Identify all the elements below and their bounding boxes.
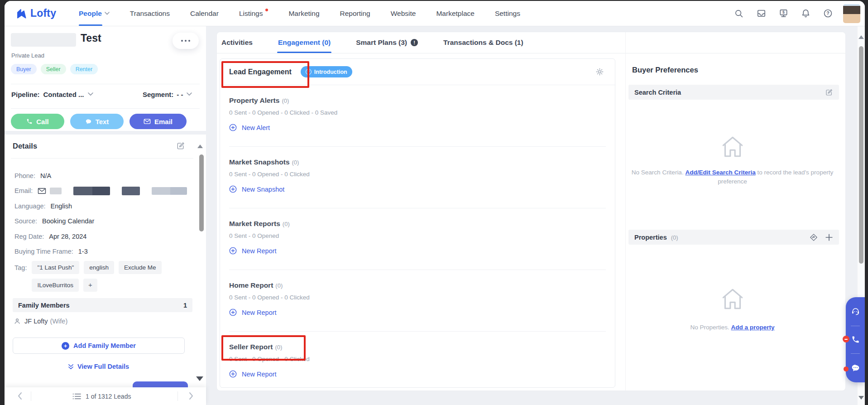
view-full-details-link[interactable]: View Full Details bbox=[5, 363, 192, 370]
list-icon bbox=[72, 393, 81, 400]
family-member-row[interactable]: JF Lofty (Wife) bbox=[14, 318, 67, 325]
phone-icon bbox=[26, 118, 33, 125]
nav-people[interactable]: People bbox=[79, 1, 110, 26]
field-buying-time-frame: Buying Time Frame: 1-3 bbox=[14, 244, 187, 260]
scroll-up-arrow[interactable] bbox=[858, 35, 864, 39]
add-family-member-button[interactable]: + Add Family Member bbox=[13, 338, 185, 354]
tag-pill[interactable]: english bbox=[84, 261, 114, 274]
add-edit-search-criteria-link[interactable]: Add/Edit Search Criteria bbox=[685, 169, 755, 176]
tab-activities[interactable]: Activities bbox=[221, 32, 253, 53]
notifications-icon[interactable] bbox=[800, 8, 811, 19]
envelope-icon bbox=[144, 118, 151, 125]
divider bbox=[11, 84, 200, 84]
nav-listings[interactable]: Listings bbox=[239, 1, 269, 26]
plus-circle-icon bbox=[229, 185, 237, 193]
divider bbox=[11, 108, 200, 109]
alert-icon: ! bbox=[411, 39, 418, 46]
family-members-count: 1 bbox=[183, 302, 187, 309]
new-alert-link[interactable]: New Alert bbox=[229, 124, 270, 131]
nav-settings[interactable]: Settings bbox=[495, 1, 520, 26]
edit-search-criteria-icon[interactable] bbox=[825, 88, 833, 96]
pipeline-dropdown[interactable]: Pipeline: Contacted ... bbox=[11, 91, 93, 98]
scroll-down-arrow[interactable] bbox=[196, 376, 203, 381]
more-options-button[interactable] bbox=[173, 33, 199, 49]
engagement-section-home-report: Home Report(0) 0 Sent - 0 Opened - 0 Cli… bbox=[220, 270, 615, 332]
email-button[interactable]: Email bbox=[129, 114, 187, 129]
envelope-icon bbox=[38, 188, 46, 194]
floating-contact-widget bbox=[846, 297, 865, 382]
help-icon[interactable]: ? bbox=[822, 8, 833, 19]
phone-icon[interactable] bbox=[851, 335, 860, 344]
navigate-property-icon[interactable] bbox=[810, 233, 818, 241]
details-scrollbar-thumb[interactable] bbox=[199, 154, 204, 231]
segment-dropdown[interactable]: Segment: - - bbox=[143, 91, 192, 98]
plus-circle-icon bbox=[229, 124, 237, 131]
gear-icon[interactable] bbox=[595, 68, 604, 76]
chat-icon bbox=[85, 118, 92, 125]
search-icon[interactable] bbox=[734, 8, 744, 19]
call-button[interactable]: Call bbox=[11, 114, 64, 129]
add-a-property-link[interactable]: Add a property bbox=[731, 324, 775, 331]
scroll-down-arrow[interactable] bbox=[858, 396, 864, 400]
field-source: Source: Booking Calendar bbox=[14, 214, 187, 229]
tag-renter[interactable]: Renter bbox=[70, 64, 98, 74]
tab-engagement[interactable]: Engagement (0) bbox=[278, 32, 331, 53]
tab-transactions-docs[interactable]: Transactions & Docs (1) bbox=[443, 32, 523, 53]
nav-reporting[interactable]: Reporting bbox=[340, 1, 370, 26]
billing-icon[interactable]: $ bbox=[778, 8, 789, 19]
new-report-link[interactable]: New Report bbox=[229, 247, 277, 255]
chat-dots-icon[interactable] bbox=[851, 363, 860, 373]
engagement-header: Lead Engagement ? Introduction bbox=[220, 59, 615, 85]
page-scrollbar-thumb[interactable] bbox=[859, 46, 863, 264]
lofty-logo[interactable]: Lofty bbox=[15, 1, 56, 26]
pipeline-row: Pipeline: Contacted ... Segment: - - bbox=[11, 89, 202, 100]
nav-calendar[interactable]: Calendar bbox=[190, 1, 219, 26]
redacted-email bbox=[122, 187, 139, 195]
lead-list-button[interactable]: 1 of 1312 Leads bbox=[72, 387, 131, 405]
nav-website[interactable]: Website bbox=[391, 1, 416, 26]
buyer-preferences-panel: Buyer Preferences Search Criteria No Sea… bbox=[625, 32, 839, 391]
notification-dot bbox=[844, 366, 849, 371]
redacted-email bbox=[50, 188, 62, 194]
hidden-action-button[interactable] bbox=[133, 381, 188, 388]
next-lead-button[interactable] bbox=[187, 391, 195, 400]
previous-lead-button[interactable] bbox=[16, 391, 24, 400]
tag-seller[interactable]: Seller bbox=[41, 64, 66, 74]
edit-details-icon[interactable] bbox=[176, 141, 185, 150]
top-nav: Lofty People Transactions Calendar Listi… bbox=[5, 1, 865, 26]
add-tag-button[interactable]: + bbox=[83, 279, 97, 292]
text-button[interactable]: Text bbox=[70, 114, 124, 129]
nav-marketplace[interactable]: Marketplace bbox=[436, 1, 474, 26]
nav-transactions[interactable]: Transactions bbox=[130, 1, 170, 26]
field-phone: Phone: N/A bbox=[14, 168, 187, 183]
properties-empty-text: No Properties. Add a property bbox=[629, 323, 835, 332]
notification-dot bbox=[265, 9, 268, 11]
engagement-section-market-reports: Market Reports(0) 0 Sent - 0 Opened New … bbox=[220, 208, 615, 270]
new-report-link[interactable]: New Report bbox=[229, 370, 277, 378]
nav-icon-group: $ ? bbox=[734, 1, 833, 26]
redacted-lead-name bbox=[11, 33, 76, 47]
nav-marketing[interactable]: Marketing bbox=[288, 1, 319, 26]
add-property-icon[interactable] bbox=[825, 233, 833, 241]
introduction-badge[interactable]: ? Introduction bbox=[301, 66, 352, 77]
tab-smart-plans[interactable]: Smart Plans (3) ! bbox=[356, 32, 418, 53]
redacted-email bbox=[152, 187, 187, 195]
new-report-link[interactable]: New Report bbox=[229, 309, 277, 316]
scroll-up-arrow[interactable] bbox=[197, 145, 203, 148]
tag-pill[interactable]: Exclude Me bbox=[119, 261, 162, 274]
lead-action-buttons: Call Text Email bbox=[11, 114, 187, 129]
user-avatar[interactable] bbox=[843, 4, 860, 23]
lead-role-tags: Buyer Seller Renter bbox=[11, 64, 98, 74]
inbox-icon[interactable] bbox=[756, 8, 767, 19]
tag-buyer[interactable]: Buyer bbox=[11, 64, 37, 74]
divider bbox=[11, 158, 193, 159]
brand-name: Lofty bbox=[30, 7, 56, 19]
app-window: Lofty People Transactions Calendar Listi… bbox=[5, 1, 865, 405]
lead-main-card: Activities Engagement (0) Smart Plans (3… bbox=[216, 32, 846, 391]
field-reg-date: Reg Date: Apr 28, 2024 bbox=[14, 229, 187, 244]
tag-pill[interactable]: ILoveBurritos bbox=[32, 279, 79, 292]
support-headset-icon[interactable] bbox=[851, 307, 860, 316]
new-snapshot-link[interactable]: New Snapshot bbox=[229, 185, 284, 193]
do-not-disturb-badge bbox=[843, 336, 849, 342]
tag-pill[interactable]: "1 Last Push" bbox=[32, 261, 79, 274]
